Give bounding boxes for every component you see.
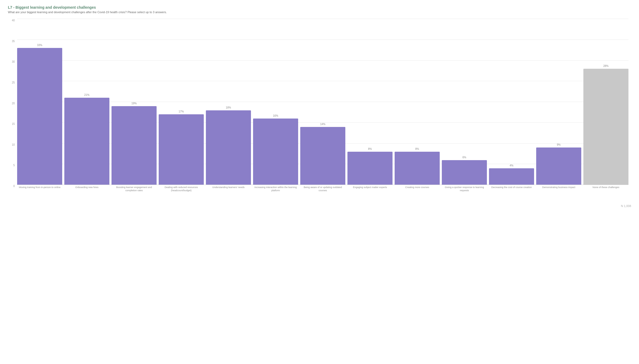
bar-2: 19% xyxy=(112,106,157,185)
bar-7: 8% xyxy=(347,152,393,185)
bar-value-2: 19% xyxy=(131,102,137,105)
bar-group-4: 18% xyxy=(206,19,251,185)
bar-value-9: 6% xyxy=(462,156,466,159)
bar-group-7: 8% xyxy=(347,19,393,185)
bar-10: 4% xyxy=(489,168,534,185)
bar-group-1: 21% xyxy=(64,19,109,185)
bars-container: 33%21%19%17%18%16%14%8%8%6%4%9%28% xyxy=(17,19,628,185)
bar-value-7: 8% xyxy=(368,147,372,150)
bar-group-3: 17% xyxy=(159,19,204,185)
bar-0: 33% xyxy=(17,48,62,185)
x-label-10: Decreasing the cost of course creation xyxy=(489,185,534,203)
chart-area: 0510152025303540 33%21%19%17%18%16%14%8%… xyxy=(8,19,631,203)
bar-value-8: 8% xyxy=(415,147,419,150)
y-label-35: 35 xyxy=(8,40,16,43)
x-label-7: Engaging subject matter experts xyxy=(347,185,393,203)
bar-group-12: 28% xyxy=(583,19,628,185)
bar-8: 8% xyxy=(395,152,440,185)
bar-1: 21% xyxy=(64,98,109,185)
y-label-10: 10 xyxy=(8,143,16,146)
x-labels-row: Moving training from in-person to online… xyxy=(17,185,628,203)
bar-group-5: 16% xyxy=(253,19,298,185)
bar-3: 17% xyxy=(159,114,204,185)
bar-value-4: 18% xyxy=(226,106,231,109)
y-label-25: 25 xyxy=(8,81,16,84)
bar-group-2: 19% xyxy=(112,19,157,185)
x-label-11: Demonstrating business impact xyxy=(536,185,581,203)
n-label: N 1,008 xyxy=(8,204,631,208)
y-label-20: 20 xyxy=(8,102,16,105)
bar-4: 18% xyxy=(206,110,251,185)
bar-5: 16% xyxy=(253,119,298,185)
x-label-9: Giving a quicker response to learning re… xyxy=(442,185,487,203)
bar-value-5: 16% xyxy=(273,114,278,117)
x-label-6: Being aware of or updating outdated cour… xyxy=(300,185,345,203)
x-label-3: Dealing with reduced resources (headcoun… xyxy=(159,185,204,203)
bar-value-1: 21% xyxy=(84,94,89,96)
x-label-5: Increasing interaction within the learni… xyxy=(253,185,298,203)
x-label-1: Onboarding new hires xyxy=(64,185,109,203)
bar-9: 6% xyxy=(442,160,487,185)
bar-group-10: 4% xyxy=(489,19,534,185)
y-label-40: 40 xyxy=(8,19,16,22)
bar-group-8: 8% xyxy=(395,19,440,185)
bar-group-9: 6% xyxy=(442,19,487,185)
x-label-2: Boosting learner engagement and completi… xyxy=(112,185,157,203)
bar-group-6: 14% xyxy=(300,19,345,185)
chart-title: L7 - Biggest learning and development ch… xyxy=(8,5,631,9)
bar-group-0: 33% xyxy=(17,19,62,185)
bar-value-3: 17% xyxy=(178,110,184,113)
bar-value-0: 33% xyxy=(37,44,42,47)
x-label-12: None of these challenges xyxy=(583,185,628,203)
x-label-0: Moving training from in-person to online xyxy=(17,185,62,203)
bar-value-11: 9% xyxy=(557,143,560,146)
x-label-8: Creating more courses xyxy=(395,185,440,203)
x-label-4: Understanding learners' needs xyxy=(206,185,251,203)
y-label-15: 15 xyxy=(8,122,16,125)
bar-12: 28% xyxy=(583,69,628,185)
bar-group-11: 9% xyxy=(536,19,581,185)
chart-body: 33%21%19%17%18%16%14%8%8%6%4%9%28% xyxy=(17,19,628,185)
y-label-5: 5 xyxy=(8,164,16,167)
bar-11: 9% xyxy=(536,147,581,185)
bar-value-12: 28% xyxy=(603,65,608,67)
bar-6: 14% xyxy=(300,127,345,185)
bar-value-6: 14% xyxy=(320,123,325,126)
y-axis: 0510152025303540 xyxy=(8,19,16,188)
y-label-30: 30 xyxy=(8,60,16,63)
y-label-0: 0 xyxy=(8,185,16,188)
page-container: L7 - Biggest learning and development ch… xyxy=(8,5,631,208)
chart-subtitle: What are your biggest learning and devel… xyxy=(8,11,631,14)
bar-value-10: 4% xyxy=(510,164,513,167)
